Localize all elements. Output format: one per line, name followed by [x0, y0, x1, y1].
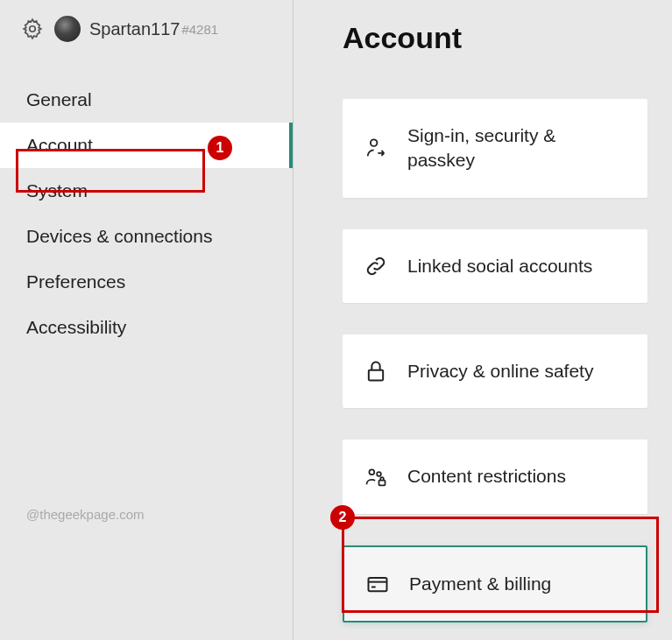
card-label: Privacy & online safety [407, 359, 593, 383]
avatar[interactable] [54, 16, 81, 42]
sidebar-item-preferences[interactable]: Preferences [0, 259, 293, 305]
sidebar-item-account[interactable]: Account [0, 123, 293, 168]
svg-point-1 [371, 140, 377, 146]
svg-point-0 [30, 26, 36, 32]
sidebar-item-accessibility[interactable]: Accessibility [0, 305, 293, 350]
username: Spartan117 [89, 19, 180, 39]
link-icon [364, 254, 388, 278]
gear-icon[interactable] [21, 18, 44, 40]
watermark: @thegeekpage.com [26, 507, 144, 522]
user-header: Spartan117 #4281 [0, 16, 293, 77]
svg-point-4 [377, 472, 381, 476]
main-content: Account Sign-in, security & passkey Link… [294, 0, 672, 640]
svg-rect-6 [369, 578, 387, 591]
user-tag: #4281 [181, 22, 218, 37]
card-label: Sign-in, security & passkey [407, 123, 626, 173]
card-label: Content restrictions [407, 464, 566, 489]
lock-icon [364, 359, 388, 383]
sidebar-item-devices[interactable]: Devices & connections [0, 214, 293, 259]
card-content-restrictions[interactable]: Content restrictions [343, 440, 647, 513]
svg-point-3 [369, 469, 374, 475]
people-lock-icon [364, 465, 388, 489]
card-linked-social[interactable]: Linked social accounts [343, 229, 647, 303]
card-label: Payment & billing [409, 572, 551, 596]
annotation-marker-1: 1 [208, 136, 232, 160]
card-payment-billing[interactable]: Payment & billing [343, 545, 647, 622]
sidebar-item-label: General [26, 89, 92, 109]
card-icon [365, 572, 390, 596]
svg-rect-5 [379, 480, 386, 485]
sidebar-item-label: Account [26, 135, 93, 155]
nav-list: General Account System Devices & connect… [0, 77, 293, 350]
sidebar-item-system[interactable]: System [0, 168, 293, 214]
sidebar-item-label: Accessibility [26, 317, 126, 337]
sidebar-item-label: Devices & connections [26, 226, 212, 246]
person-arrow-icon [364, 136, 388, 160]
annotation-marker-2: 2 [330, 505, 355, 530]
page-title: Account [343, 21, 647, 55]
sidebar: Spartan117 #4281 General Account System … [0, 0, 294, 640]
sidebar-item-label: Preferences [26, 271, 125, 292]
sidebar-item-general[interactable]: General [0, 77, 293, 123]
card-label: Linked social accounts [407, 254, 592, 278]
sidebar-item-label: System [26, 180, 88, 200]
svg-rect-2 [369, 370, 383, 381]
card-signin-security[interactable]: Sign-in, security & passkey [343, 99, 647, 198]
card-privacy[interactable]: Privacy & online safety [343, 334, 647, 408]
